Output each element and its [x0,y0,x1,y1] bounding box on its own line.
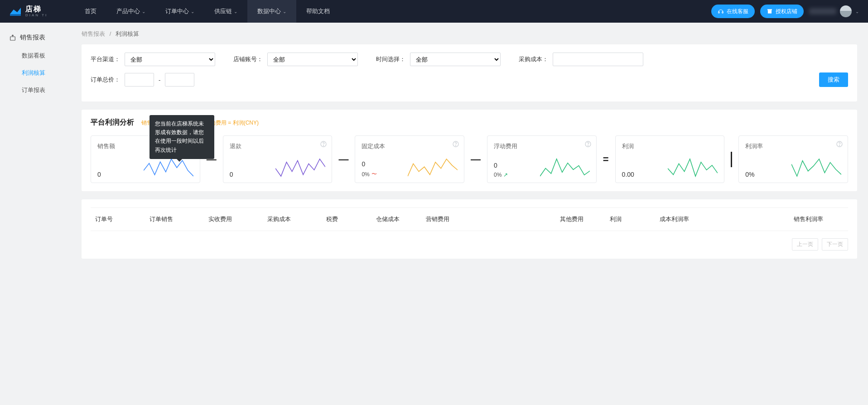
price-min-input[interactable] [125,73,154,87]
sidebar-item-profit[interactable]: 利润核算 [22,64,82,82]
next-page-button[interactable]: 下一页 [822,238,848,251]
sidebar-group[interactable]: 销售报表 [0,34,82,47]
help-icon[interactable] [836,140,843,148]
help-icon[interactable] [452,140,459,148]
card-title: 利润率 [745,142,841,150]
svg-rect-5 [10,37,15,40]
chevron-down-icon: ⌄ [855,9,859,14]
card-value: 0 [494,162,508,169]
filter-price: 订单总价： - [91,73,194,87]
divider-icon [731,152,732,167]
card-value: 0% [745,171,754,178]
sparkline [668,157,718,178]
card-title: 浮动费用 [494,142,590,150]
th: 实收费用 [204,215,263,223]
sparkline [144,157,193,178]
brand-name-cn: 店梯 [25,5,48,13]
help-icon[interactable] [584,140,592,148]
card-title: 固定成本 [362,142,458,150]
pager: 上一页 下一页 [91,238,848,251]
brand-logo-icon [9,6,22,17]
filter-store: 店铺账号： 全部 [233,53,358,66]
filter-cost: 采购成本： [519,53,643,66]
help-icon[interactable] [320,140,327,148]
th: 订单销售 [145,215,204,223]
breadcrumb-root[interactable]: 销售报表 [82,30,105,37]
channel-select[interactable]: 全部 [125,53,215,66]
chevron-down-icon: ⌄ [142,9,145,14]
analysis-panel: 平台利润分析 销售额 - 退款 - 固定成本 - 浮动费用 = 利润(CNY) … [82,110,857,191]
chevron-down-icon: ⌄ [191,9,194,14]
nav-right: 在线客服 授权店铺 ⌄ [711,5,859,18]
nav-home[interactable]: 首页 [75,0,106,23]
sparkline [791,157,841,178]
svg-marker-1 [10,14,21,16]
nav-supply[interactable]: 供应链⌄ [204,0,247,23]
th: 仓储成本 [371,215,421,223]
svg-point-9 [456,145,456,146]
sparkline [540,157,590,178]
equals-icon: = [603,154,609,165]
breadcrumb-current: 利润核算 [116,30,139,37]
svg-rect-3 [722,12,723,13]
trend-up-icon: ↗ [503,172,508,178]
brand-name-en: DIAN TI [25,14,48,17]
report-icon [9,34,16,41]
sidebar: 销售报表 数据看板 利润核算 订单报表 [0,23,82,285]
prev-page-button[interactable]: 上一页 [792,238,818,251]
chevron-down-icon: ⌄ [283,9,286,14]
brand[interactable]: 店梯 DIAN TI [9,5,48,17]
store-select[interactable]: 全部 [267,53,358,66]
cost-input[interactable] [553,53,643,66]
price-max-input[interactable] [165,73,194,87]
card-value: 0 [362,160,376,168]
time-select[interactable]: 全部 [410,53,501,66]
th: 利润 [605,215,655,223]
table-header: 订单号 订单销售 实收费用 采购成本 税费 仓储成本 营销费用 其他费用 利润 … [91,207,848,231]
card-title: 退款 [230,142,326,150]
card-title: 利润 [622,142,718,150]
filter-panel: 平台渠道： 全部 店铺账号： 全部 时间选择： 全部 采购成本： [82,44,857,101]
headset-icon [718,8,724,14]
nav-order[interactable]: 订单中心⌄ [155,0,204,23]
search-button[interactable]: 搜索 [819,72,848,87]
th: 营销费用 [421,215,555,223]
svg-rect-2 [719,12,719,13]
card-fixed: 固定成本 0 0%〜 [355,135,464,183]
user-menu[interactable]: ⌄ [809,5,859,17]
card-float: 浮动费用 0 0%↗ [487,135,597,183]
auth-shop-button[interactable]: 授权店铺 [760,5,804,18]
svg-marker-0 [10,8,21,14]
nav-data[interactable]: 数据中心⌄ [247,0,296,23]
section-title: 平台利润分析 [91,118,134,127]
tooltip: 您当前在店梯系统未形成有效数据，请您在使用一段时间以后再次统计 [149,115,214,159]
sidebar-item-order-report[interactable]: 订单报表 [22,82,82,99]
svg-point-11 [588,145,588,146]
card-value: 0 [230,171,233,178]
online-service-button[interactable]: 在线客服 [711,5,755,18]
shop-icon [767,8,773,14]
sidebar-item-dashboard[interactable]: 数据看板 [22,47,82,64]
trend-down-icon: 〜 [371,170,377,178]
th: 其他费用 [555,215,605,223]
filter-time: 时间选择： 全部 [376,53,501,66]
card-rate: 利润率 0% [738,135,848,183]
minus-icon: — [471,154,481,165]
nav-help[interactable]: 帮助文档 [296,0,340,23]
top-nav: 店梯 DIAN TI 首页 产品中心⌄ 订单中心⌄ 供应链⌄ 数据中心⌄ 帮助文… [0,0,868,23]
nav-product[interactable]: 产品中心⌄ [106,0,155,23]
card-value: 0.00 [622,171,634,178]
minus-icon: — [338,154,348,165]
svg-rect-4 [768,11,772,14]
filter-channel: 平台渠道： 全部 [91,53,215,66]
th: 成本利润率 [655,215,789,223]
breadcrumb: 销售报表 / 利润核算 [82,30,857,38]
card-refund: 退款 0 [223,135,333,183]
svg-point-7 [323,145,324,146]
avatar [840,5,852,17]
th: 销售利润率 [789,215,848,223]
nav-items: 首页 产品中心⌄ 订单中心⌄ 供应链⌄ 数据中心⌄ 帮助文档 [75,0,340,23]
sparkline [275,157,325,178]
main-content: 销售报表 / 利润核算 平台渠道： 全部 店铺账号： 全部 时间选择： 全部 [82,23,868,285]
th: 税费 [322,215,371,223]
